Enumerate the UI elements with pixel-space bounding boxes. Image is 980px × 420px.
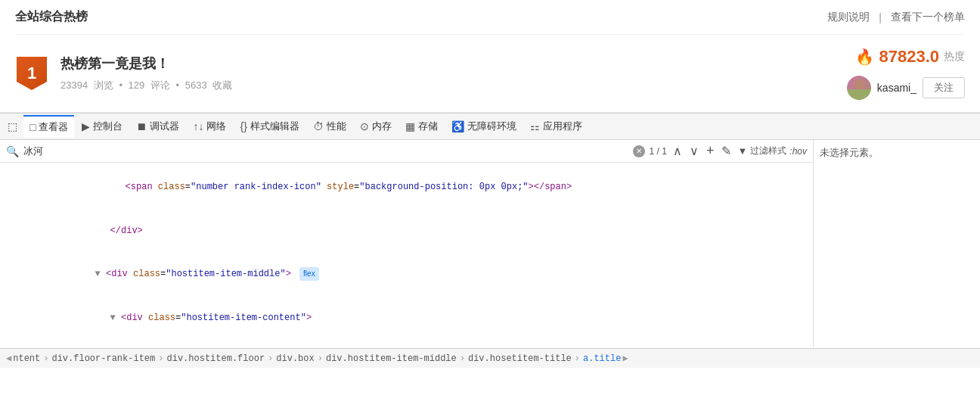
header-bar: 全站综合热榜 规则说明 | 查看下一个榜单 [15,0,965,35]
fire-icon: 🔥 [855,48,874,66]
memory-icon: ⊙ [360,120,369,132]
console-icon: ▶ [82,120,90,132]
article-info: 热榜第一竟是我！ 23394 浏览 • 129 评论 • 5633 收藏 [60,54,835,92]
dot1: • [119,79,122,91]
article-title[interactable]: 热榜第一竟是我！ [60,54,835,73]
devtools-toolbar: ⬚ □ 查看器 ▶ 控制台 ⏹ 调试器 ↑↓ 网络 {} 样式编辑器 ⏱ 性能 … [0,113,980,140]
bc-item-4[interactable]: div.hostitem-item-middle [326,353,457,364]
search-clear-button[interactable]: ✕ [633,145,645,157]
search-input[interactable] [23,145,628,157]
bc-item-5[interactable]: div.hosetitem-title [468,353,572,364]
favorites-label: 收藏 [212,79,232,91]
tab-performance[interactable]: ⏱ 性能 [307,115,352,138]
tab-network[interactable]: ↑↓ 网络 [187,115,232,138]
debugger-icon: ⏹ [136,120,147,132]
styles-panel: 未选择元素。 [814,140,980,348]
bc-sep-3: › [318,353,323,364]
separator: | [879,11,882,23]
html-line: <span class="number rank-index-icon" sty… [0,166,813,210]
bc-sep-5: › [575,353,580,364]
author-name: kasami_ [877,82,916,94]
comments-count: 129 [129,79,145,91]
tab-console[interactable]: ▶ 控制台 [76,115,129,138]
tab-app[interactable]: ⚏ 应用程序 [524,115,588,138]
search-next-button[interactable]: ∨ [688,144,700,158]
rules-link[interactable]: 规则说明 [827,11,870,24]
style-icon: {} [240,120,247,132]
article-right: 🔥 87823.0 热度 kasami_ 关注 [847,47,965,100]
top-section: 全站综合热榜 规则说明 | 查看下一个榜单 1 热榜第一竟是我！ 23394 浏… [0,0,980,113]
search-add-button[interactable]: + [705,143,716,159]
search-pick-button[interactable]: ✎ [720,144,733,158]
rank-number: 1 [17,57,47,90]
rank-badge: 1 [15,57,48,90]
bc-item-0[interactable]: ntent [13,353,40,364]
no-element-text: 未选择元素。 [820,147,879,158]
tab-storage-label: 存储 [418,120,438,133]
header-links: 规则说明 | 查看下一个榜单 [827,11,965,24]
tab-network-label: 网络 [206,120,226,133]
app-icon: ⚏ [530,120,540,132]
hov-label: :hov [789,146,807,157]
heat-value: 87823.0 [879,47,939,67]
inspector-icon: □ [29,121,36,133]
tab-accessibility-label: 无障碍环境 [467,120,516,133]
bc-item-2[interactable]: div.hostitem.floor [166,353,265,364]
bc-left-arrow[interactable]: ◀ [6,353,11,364]
article-meta: 23394 浏览 • 129 评论 • 5633 收藏 [60,79,835,92]
search-actions: ▼ 过滤样式 :hov [737,145,807,157]
tab-console-label: 控制台 [93,120,122,133]
storage-icon: ▦ [405,120,415,132]
bc-right-arrow[interactable]: ▶ [622,353,628,364]
search-prev-button[interactable]: ∧ [671,144,684,158]
tab-perf-label: 性能 [327,120,346,133]
heat-score: 🔥 87823.0 热度 [855,47,965,67]
bc-item-1[interactable]: div.floor-rank-item [51,353,155,364]
comments-label: 评论 [150,79,170,91]
tab-inspector[interactable]: □ 查看器 [23,115,74,138]
filter-label: 过滤样式 [750,145,786,157]
avatar [847,76,871,100]
bc-sep-0: › [43,353,48,364]
avatar-image [847,76,871,100]
follow-button[interactable]: 关注 [923,77,965,98]
html-line: </div> [0,210,813,254]
tab-inspector-label: 查看器 [39,120,68,134]
html-content[interactable]: <span class="number rank-index-icon" sty… [0,163,813,348]
filter-icon: ▼ [737,145,747,157]
search-icon: 🔍 [6,145,19,157]
inspector-cursor-icon: ⬚ [8,120,17,132]
bc-sep-4: › [460,353,465,364]
breadcrumb-bar: ◀ ntent › div.floor-rank-item › div.host… [0,348,980,368]
tab-style-editor[interactable]: {} 样式编辑器 [234,115,305,138]
bc-sep-2: › [268,353,273,364]
tab-accessibility[interactable]: ♿ 无障碍环境 [445,115,523,138]
favorites-count: 5633 [185,79,207,91]
tab-debugger-label: 调试器 [150,120,179,133]
inspector-pick-button[interactable]: ⬚ [3,115,22,138]
tab-debugger[interactable]: ⏹ 调试器 [130,115,185,138]
html-line: ▼ <div class="hostitem-item-content"> [0,297,813,341]
html-line: ▼ <div class="hostitem-item-middle"> fle… [0,253,813,297]
search-count: 1 / 1 [650,146,667,157]
views-label: 浏览 [94,79,113,91]
tab-memory[interactable]: ⊙ 内存 [354,115,398,138]
heat-label: 热度 [944,50,965,64]
next-list-link[interactable]: 查看下一个榜单 [891,11,965,24]
html-panel: 🔍 ✕ 1 / 1 ∧ ∨ + ✎ ▼ 过滤样式 :hov <span clas… [0,140,814,348]
html-line: ▼ <div class="hosetitem-title"> [0,340,813,348]
perf-icon: ⏱ [313,120,324,132]
network-icon: ↑↓ [193,120,203,132]
bc-sep-1: › [158,353,163,364]
author-row: kasami_ 关注 [847,76,965,100]
bc-item-3[interactable]: div.box [276,353,314,364]
tab-storage[interactable]: ▦ 存储 [399,115,444,138]
dot2: • [176,79,180,91]
bc-item-6[interactable]: a.title [583,353,621,364]
tab-app-label: 应用程序 [543,120,582,133]
tab-memory-label: 内存 [372,120,392,133]
article-card: 1 热榜第一竟是我！ 23394 浏览 • 129 评论 • 5633 收藏 🔥… [15,35,965,112]
views-count: 23394 [60,79,88,91]
search-bar: 🔍 ✕ 1 / 1 ∧ ∨ + ✎ ▼ 过滤样式 :hov [0,140,813,163]
tab-style-label: 样式编辑器 [250,120,299,133]
